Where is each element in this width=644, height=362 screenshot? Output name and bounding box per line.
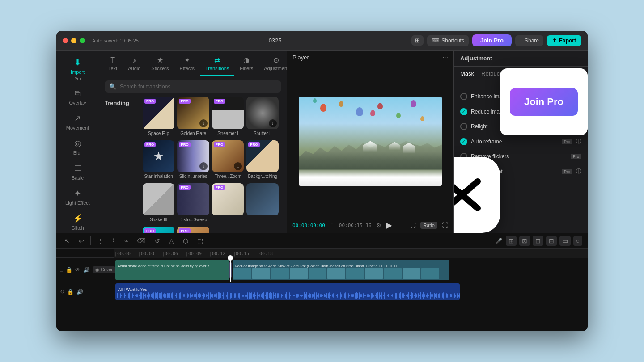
play-button[interactable]: ▶: [386, 220, 392, 230]
download-icon: ↓: [199, 162, 208, 170]
speed-button[interactable]: ↺: [152, 236, 163, 246]
left-sidebar: ⬇ Import Pro ⧉ Overlay ↗ Movement ◎ Blur…: [56, 51, 99, 233]
sidebar-item-light-effect[interactable]: ✦ Light Effect: [60, 185, 96, 209]
shortcuts-button[interactable]: ⌨ Shortcuts: [427, 35, 469, 46]
delete-button[interactable]: ⌫: [134, 236, 148, 246]
grid-view-button[interactable]: ⊞: [411, 35, 424, 46]
cover-button[interactable]: ◉ Cover: [93, 266, 115, 273]
join-pro-overlay-button[interactable]: Join Pro: [510, 88, 578, 116]
player-menu-icon[interactable]: ⋯: [442, 54, 448, 61]
sidebar-item-glitch[interactable]: ⚡ Glitch: [60, 210, 96, 233]
transition-sliding[interactable]: PRO ↓ Slidin...mories: [177, 140, 209, 181]
shortcuts-label: Shortcuts: [441, 38, 464, 44]
tab-stickers[interactable]: ★ Stickers: [146, 53, 174, 76]
share-button[interactable]: ↑ Share: [515, 35, 543, 46]
transition-golden-flare[interactable]: PRO ↓ Golden Flare: [177, 97, 209, 138]
split-at-head-button[interactable]: ⋮: [94, 236, 106, 246]
export-button[interactable]: ⬆ Export: [547, 35, 581, 46]
transition-warm[interactable]: PRO: [177, 227, 209, 233]
tab-stickers-label: Stickers: [151, 66, 169, 71]
undo-button[interactable]: ↩: [76, 236, 87, 246]
transition-name: Disto...Sweep: [177, 215, 209, 224]
link-button[interactable]: ⊟: [546, 236, 557, 246]
sidebar-item-label: Movement: [66, 125, 89, 130]
transition-three-zoom[interactable]: PRO ↓ Three...Zoom: [212, 140, 244, 181]
relight-checkbox[interactable]: [460, 123, 467, 130]
transition-box2[interactable]: [246, 183, 279, 224]
tab-transitions[interactable]: ⇄ Transitions: [200, 53, 234, 76]
eye-icon[interactable]: 👁: [75, 267, 80, 273]
transform-button[interactable]: ⬚: [195, 236, 206, 246]
tab-text[interactable]: T Text: [103, 54, 123, 76]
crop-tool-button[interactable]: ⬡: [180, 236, 191, 246]
lock-icon[interactable]: 🔒: [66, 267, 72, 273]
pro-badge: PRO: [144, 142, 156, 147]
transition-space-flip[interactable]: PRO Space Flip: [143, 97, 175, 138]
video-clip-1[interactable]: Aerial drone video of famous Hot air bal…: [115, 260, 229, 280]
fit-button[interactable]: ⊠: [519, 236, 530, 246]
tab-transitions-label: Transitions: [205, 66, 229, 71]
sidebar-item-overlay[interactable]: ⧉ Overlay: [60, 85, 96, 109]
auto-reframe-checkbox[interactable]: [460, 138, 467, 145]
traffic-lights: [63, 38, 85, 43]
ruler-mark: |00:09: [186, 251, 209, 256]
search-input[interactable]: [120, 84, 277, 90]
clip1-label: Aerial drone video of famous Hot air bal…: [118, 264, 212, 268]
audio-lock-icon[interactable]: 🔒: [67, 289, 74, 295]
mic-icon[interactable]: 🎤: [496, 238, 502, 244]
ruler-mark: |00:03: [138, 251, 162, 256]
capcut-icon: [453, 173, 484, 217]
audio-clip[interactable]: All I Want Is You // Generate waveform b…: [115, 283, 460, 300]
minimize-button[interactable]: [71, 38, 76, 43]
transition-star[interactable]: PRO ★ Star Inhalation: [143, 140, 175, 181]
transition-streamer[interactable]: PRO Streamer I: [212, 97, 244, 138]
trim-button[interactable]: ⌁: [122, 236, 131, 246]
settings-icon[interactable]: ⚙: [376, 222, 381, 229]
transition-box1[interactable]: PRO: [212, 183, 244, 224]
trending-label: Trending: [99, 97, 135, 233]
transition-cyan[interactable]: PRO: [143, 227, 175, 233]
tab-mask[interactable]: Mask: [460, 70, 474, 80]
split-button[interactable]: ⌇: [110, 236, 118, 246]
auto-reframe-info-icon[interactable]: ⓘ: [576, 138, 581, 145]
transition-disto[interactable]: PRO Disto...Sweep: [177, 183, 209, 224]
ai-movement-info-icon[interactable]: ⓘ: [576, 168, 581, 175]
ruler-mark: |00:06: [162, 251, 186, 256]
sidebar-item-import[interactable]: ⬇ Import Pro: [60, 54, 96, 84]
freeze-button[interactable]: △: [166, 236, 177, 246]
ruler-mark: |00:15: [233, 251, 257, 256]
close-button[interactable]: [63, 38, 68, 43]
transition-background[interactable]: PRO Backgr...tching: [246, 140, 279, 181]
reduce-noise-checkbox[interactable]: [460, 108, 467, 115]
transitions-inner: Trending PRO Space Flip PRO: [99, 97, 287, 233]
ratio-button[interactable]: Ratio: [420, 222, 437, 229]
maximize-button[interactable]: [80, 38, 85, 43]
settings-timeline-button[interactable]: ○: [573, 236, 582, 246]
volume-icon[interactable]: 🔊: [83, 267, 90, 273]
transition-shutter[interactable]: ↓ Shutter II: [246, 97, 279, 138]
player-header: Player ⋯: [287, 51, 453, 64]
join-pro-header-button[interactable]: Join Pro: [472, 34, 512, 46]
sidebar-item-basic[interactable]: ☰ Basic: [60, 160, 96, 184]
glitch-icon: ⚡: [73, 214, 83, 223]
enhance-image-checkbox[interactable]: [460, 93, 467, 100]
audio-track-controls: ↻ 🔒 🔊: [56, 282, 114, 302]
blur-icon: ◎: [74, 139, 81, 148]
select-tool-button[interactable]: ↖: [62, 236, 72, 246]
fullscreen-icon[interactable]: ⛶: [442, 222, 448, 229]
sidebar-item-movement[interactable]: ↗ Movement: [60, 110, 96, 134]
more-button[interactable]: ⊡: [533, 236, 543, 246]
tab-audio[interactable]: ♪ Audio: [123, 54, 146, 76]
tab-adjustment[interactable]: ⊙ Adjustment: [258, 53, 287, 76]
captions-button[interactable]: ▭: [559, 236, 571, 246]
video-clip-2[interactable]: Reduce image noise Aerial view of Zlatni…: [233, 260, 449, 280]
transition-shake[interactable]: Shake III: [143, 183, 175, 224]
audio-volume-icon[interactable]: 🔊: [76, 289, 83, 295]
tab-filters[interactable]: ◑ Filters: [234, 53, 258, 76]
crop-icon[interactable]: ⛶: [410, 222, 416, 229]
transitions-tab-icon: ⇄: [214, 56, 220, 64]
sidebar-item-label: Basic: [72, 175, 84, 181]
sidebar-item-blur[interactable]: ◎ Blur: [60, 135, 96, 159]
zoom-in-button[interactable]: ⊞: [506, 236, 517, 246]
tab-effects[interactable]: ✦ Effects: [174, 53, 199, 76]
